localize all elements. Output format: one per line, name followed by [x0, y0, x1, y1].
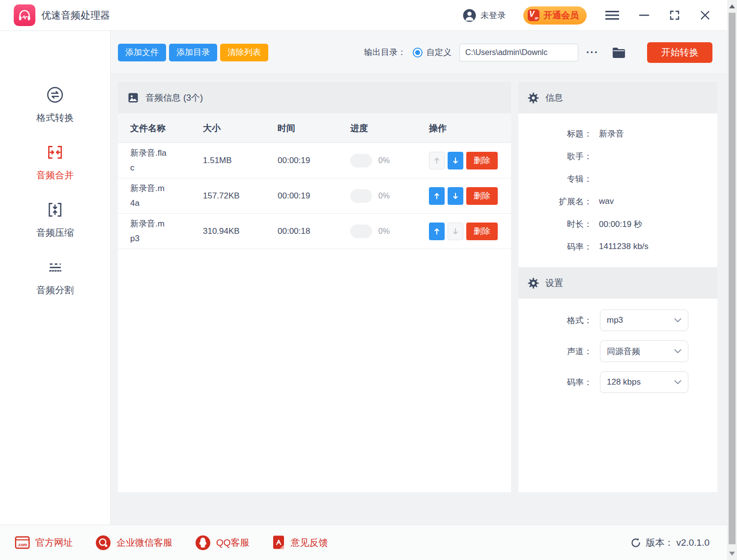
audio-merge-icon — [46, 143, 64, 164]
titlebar-controls: 未登录 V IP 开通会员 — [463, 6, 710, 25]
info-field-artist: 歌手： — [518, 145, 717, 168]
feedback-link[interactable]: 意见反馈 — [272, 535, 328, 550]
file-size: 157.72KB — [203, 191, 278, 201]
wechat-work-icon — [95, 535, 111, 551]
vip-icon: V IP — [528, 9, 539, 21]
official-website-link[interactable]: .com 官方网址 — [15, 535, 73, 550]
bitrate-select[interactable]: 128 kbps — [600, 371, 688, 393]
move-up-button[interactable] — [429, 187, 445, 205]
table-header-row: 文件名称 大小 时间 进度 操作 — [118, 113, 511, 143]
column-header-filename: 文件名称 — [130, 122, 203, 134]
file-duration: 00:00:19 — [278, 191, 350, 201]
sidebar-item-label: 音频压缩 — [36, 226, 74, 239]
move-down-button[interactable] — [448, 152, 463, 169]
sidebar-item-audio-compress[interactable]: 音频压缩 — [36, 200, 74, 239]
footer-link-label: 意见反馈 — [291, 536, 328, 549]
wechat-work-support-link[interactable]: 企业微信客服 — [95, 535, 172, 551]
settings-section-header: 设置 — [518, 267, 717, 299]
login-button[interactable]: 未登录 — [463, 9, 506, 22]
move-down-button[interactable] — [448, 187, 463, 205]
close-icon — [700, 10, 710, 21]
qq-support-link[interactable]: QQ客服 — [195, 535, 250, 551]
file-name: 新录音.flac — [130, 146, 169, 175]
minimize-button[interactable] — [639, 10, 650, 21]
app-logo-icon — [14, 4, 35, 26]
format-select[interactable]: mp3 — [600, 309, 688, 331]
content-area: 添加文件 添加目录 清除列表 输出目录： 自定义 ··· — [111, 31, 727, 525]
audio-split-icon — [46, 258, 64, 279]
folder-icon — [612, 47, 625, 58]
settings-fields: 格式： mp3 声道： — [518, 299, 717, 492]
minimize-icon — [639, 10, 650, 21]
add-directory-button[interactable]: 添加目录 — [169, 44, 217, 61]
arrow-up-icon — [433, 192, 441, 200]
output-directory-group: 输出目录： 自定义 ··· 开始转换 — [364, 42, 712, 63]
website-com-icon: .com — [15, 535, 30, 550]
version-value: v2.0.1.0 — [676, 537, 709, 548]
info-field-bitrate: 码率： 1411238 kb/s — [518, 235, 717, 258]
svg-text:.com: .com — [18, 542, 28, 547]
body: 格式转换 音频合并 — [0, 31, 727, 525]
open-folder-button[interactable] — [609, 46, 628, 58]
settings-section-title: 设置 — [545, 277, 563, 289]
file-duration: 00:00:18 — [278, 226, 350, 236]
vip-button[interactable]: V IP 开通会员 — [523, 6, 587, 25]
clear-list-button[interactable]: 清除列表 — [220, 44, 268, 61]
arrow-down-icon — [452, 227, 459, 235]
sidebar-item-audio-merge[interactable]: 音频合并 — [36, 143, 74, 182]
vertical-scrollbar[interactable] — [727, 0, 737, 560]
channel-select[interactable]: 同源音频 — [600, 340, 688, 362]
progress-percent: 0% — [378, 192, 390, 200]
progress-bar — [350, 224, 372, 238]
delete-button[interactable]: 删除 — [466, 223, 498, 240]
vip-label: 开通会员 — [543, 9, 579, 21]
setting-format: 格式： mp3 — [518, 309, 717, 331]
move-up-button[interactable] — [429, 223, 445, 240]
delete-button[interactable]: 删除 — [466, 187, 498, 205]
sidebar-item-format-convert[interactable]: 格式转换 — [36, 85, 74, 124]
format-label: 格式： — [518, 315, 592, 326]
delete-button[interactable]: 删除 — [466, 152, 498, 169]
custom-radio-label[interactable]: 自定义 — [426, 47, 452, 58]
login-status: 未登录 — [481, 10, 506, 21]
scrollbar-thumb[interactable] — [729, 13, 736, 544]
sidebar-item-label: 音频分割 — [36, 284, 74, 297]
output-path-input[interactable] — [459, 44, 578, 61]
maximize-button[interactable] — [669, 10, 680, 21]
sidebar-item-label: 音频合并 — [36, 169, 74, 182]
scroll-up-arrow-icon[interactable] — [729, 4, 735, 8]
setting-channel: 声道： 同源音频 — [518, 340, 717, 362]
file-name: 新录音.mp3 — [130, 217, 169, 246]
custom-radio[interactable] — [413, 48, 423, 57]
footer-link-label: 官方网址 — [35, 536, 73, 549]
move-up-button — [429, 152, 445, 169]
version-label: 版本： — [646, 536, 674, 549]
column-header-actions: 操作 — [429, 122, 511, 134]
info-field-title: 标题： 新录音 — [518, 122, 717, 145]
add-file-button[interactable]: 添加文件 — [118, 44, 166, 61]
file-size: 310.94KB — [203, 226, 278, 236]
file-size: 1.51MB — [203, 156, 278, 166]
table-row: 新录音.m4a 157.72KB 00:00:19 0% — [118, 178, 511, 214]
title-bar: 优速音频处理器 未登录 — [0, 0, 727, 31]
sidebar-item-audio-split[interactable]: 音频分割 — [36, 258, 74, 297]
browse-more-button[interactable]: ··· — [583, 47, 601, 58]
info-fields: 标题： 新录音 歌手： 专辑： — [518, 113, 717, 267]
close-button[interactable] — [700, 10, 710, 21]
column-header-time: 时间 — [278, 122, 350, 134]
info-field-extension: 扩展名： wav — [518, 190, 717, 213]
progress-bar — [350, 154, 372, 168]
scroll-down-arrow-icon[interactable] — [729, 552, 735, 556]
refresh-icon[interactable] — [630, 537, 641, 548]
file-duration: 00:00:19 — [278, 156, 350, 166]
start-convert-button[interactable]: 开始转换 — [647, 42, 712, 63]
menu-button[interactable] — [605, 10, 619, 20]
footer-link-label: QQ客服 — [216, 536, 250, 549]
detail-panel: 信息 标题： 新录音 歌手： 专辑 — [518, 82, 717, 492]
arrow-down-icon — [452, 157, 459, 165]
column-header-progress: 进度 — [350, 122, 429, 134]
progress-percent: 0% — [378, 227, 390, 236]
info-section-title: 信息 — [545, 92, 563, 104]
audio-list-panel: 音频信息 (3个) 文件名称 大小 时间 进度 操作 新录音.flac — [118, 82, 511, 492]
toolbar: 添加文件 添加目录 清除列表 输出目录： 自定义 ··· — [111, 31, 727, 74]
